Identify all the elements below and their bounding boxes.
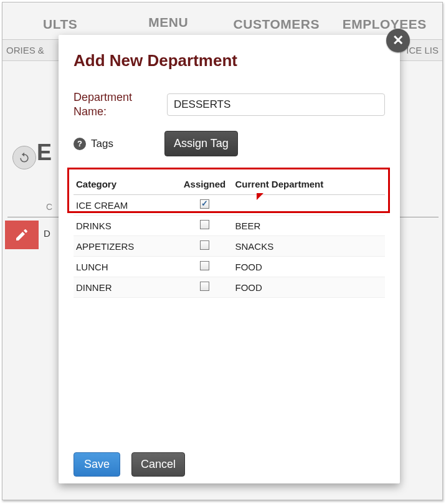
col-category: Category	[74, 174, 177, 195]
tab-employees[interactable]: EMPLOYEES	[331, 6, 439, 39]
tab-customers[interactable]: CUSTOMERS	[222, 6, 331, 39]
cell-assigned	[177, 236, 233, 257]
close-icon: ✕	[392, 32, 404, 49]
tab-ults[interactable]: ULTS	[6, 6, 115, 39]
assign-tag-button[interactable]: Assign Tag	[164, 131, 238, 156]
cell-assigned	[177, 277, 233, 298]
table-row: APPETIZERSSNACKS	[74, 236, 385, 257]
cell-current-department: FOOD	[233, 257, 385, 277]
col-assigned: Assigned	[177, 174, 233, 195]
col-current-department: Current Department	[233, 174, 385, 195]
subheader-left: ORIES &	[6, 45, 44, 55]
tags-label: Tags	[91, 138, 164, 150]
cancel-button[interactable]: Cancel	[131, 452, 185, 477]
tab-menu[interactable]: MENU	[115, 4, 223, 39]
cell-category: APPETIZERS	[74, 236, 177, 257]
bg-letter-d: D	[44, 228, 50, 239]
add-department-modal: ✕ Add New Department Department Name: ? …	[59, 35, 400, 483]
pencil-icon	[14, 227, 29, 242]
assigned-checkbox[interactable]	[200, 261, 209, 270]
modal-title: Add New Department	[74, 51, 385, 70]
cell-current-department: FOOD	[233, 277, 385, 298]
table-row: ICE CREAM	[74, 195, 385, 216]
help-icon[interactable]: ?	[74, 138, 86, 150]
category-table: Category Assigned Current Department ICE…	[74, 174, 385, 298]
cell-category: LUNCH	[74, 257, 177, 277]
assigned-checkbox[interactable]	[200, 240, 209, 250]
cell-category: DRINKS	[74, 216, 177, 236]
cell-current-department: BEER	[233, 216, 385, 236]
refresh-button[interactable]	[12, 146, 36, 169]
cell-current-department	[233, 195, 385, 216]
table-row: LUNCHFOOD	[74, 257, 385, 277]
cell-category: DINNER	[74, 277, 177, 298]
cell-assigned	[177, 216, 233, 236]
assigned-checkbox[interactable]	[200, 199, 209, 209]
save-button[interactable]: Save	[74, 452, 120, 477]
cell-current-department: SNACKS	[233, 236, 385, 257]
cell-assigned	[177, 195, 233, 216]
bg-letter-e: E	[37, 140, 52, 166]
table-row: DINNERFOOD	[74, 277, 385, 298]
refresh-icon	[18, 151, 31, 164]
category-table-wrap: Category Assigned Current Department ICE…	[74, 174, 385, 298]
table-row: DRINKSBEER	[74, 216, 385, 236]
assigned-checkbox[interactable]	[200, 282, 209, 291]
department-name-label: Department Name:	[74, 90, 167, 118]
cell-category: ICE CREAM	[74, 195, 177, 216]
column-header-fragment: C	[46, 202, 52, 212]
assigned-checkbox[interactable]	[200, 220, 209, 229]
department-name-input[interactable]	[167, 93, 385, 116]
subheader-right: ICE LIS	[406, 45, 439, 55]
edit-row-button[interactable]	[5, 221, 39, 249]
highlight-flag-icon	[257, 193, 263, 200]
cell-assigned	[177, 257, 233, 277]
close-button[interactable]: ✕	[386, 29, 410, 52]
nav-tabs: ULTS MENU CUSTOMERS EMPLOYEES	[2, 2, 442, 40]
